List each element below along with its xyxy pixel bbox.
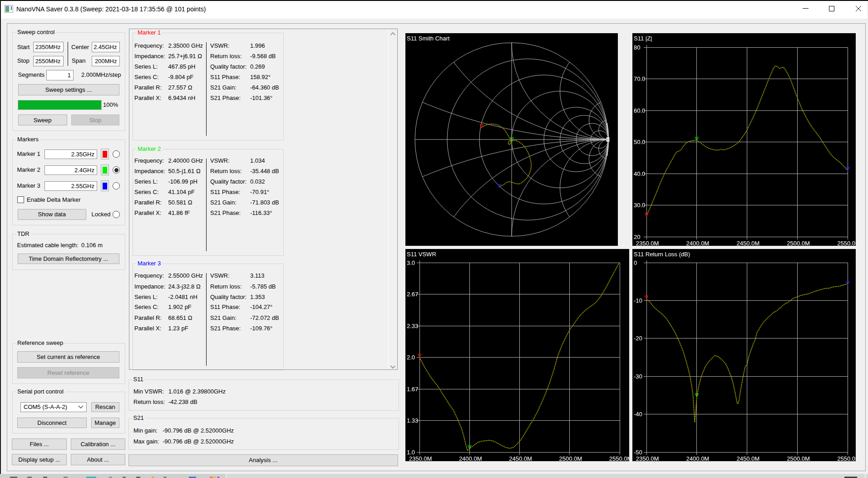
svg-text:-50: -50: [634, 449, 642, 456]
svg-text:60.0: 60.0: [634, 107, 645, 114]
svg-text:2450.0M: 2450.0M: [737, 240, 760, 246]
svg-text:2350.0M: 2350.0M: [636, 240, 659, 246]
svg-text:S11 Return Loss (dB): S11 Return Loss (dB): [634, 251, 690, 258]
svg-text:2450.0M: 2450.0M: [737, 455, 760, 461]
svg-text:2350.0M: 2350.0M: [409, 455, 432, 461]
svg-text:2550.0M: 2550.0M: [837, 240, 856, 246]
svg-text:2400.0M: 2400.0M: [686, 240, 710, 246]
svg-text:2400.0M: 2400.0M: [686, 455, 710, 461]
svg-text:2450.0M: 2450.0M: [509, 455, 532, 461]
svg-text:2500.0M: 2500.0M: [787, 455, 810, 461]
svg-text:3.0: 3.0: [407, 259, 415, 266]
svg-text:1.0: 1.0: [407, 449, 415, 456]
svg-text:S11 |Z|: S11 |Z|: [634, 35, 652, 42]
svg-text:80: 80: [634, 44, 640, 51]
svg-text:20: 20: [634, 234, 640, 240]
svg-text:S11 VSWR: S11 VSWR: [407, 251, 436, 258]
svg-text:2.67: 2.67: [407, 291, 418, 298]
svg-text:-20: -20: [634, 335, 642, 342]
svg-text:2350.0M: 2350.0M: [636, 455, 659, 461]
svg-text:S11 Smith Chart: S11 Smith Chart: [407, 35, 450, 42]
svg-text:40.0: 40.0: [634, 170, 645, 177]
svg-text:2400.0M: 2400.0M: [459, 455, 482, 461]
svg-text:2500.0M: 2500.0M: [787, 240, 810, 246]
svg-text:0: 0: [634, 259, 637, 266]
svg-text:70.0: 70.0: [634, 75, 645, 82]
svg-text:2550.0M: 2550.0M: [837, 455, 856, 461]
svg-text:1.67: 1.67: [407, 386, 418, 393]
svg-text:30.0: 30.0: [634, 202, 645, 209]
svg-text:-10: -10: [634, 297, 642, 304]
svg-text:2.0: 2.0: [407, 354, 415, 361]
svg-text:1.33: 1.33: [407, 417, 418, 424]
svg-text:2500.0M: 2500.0M: [559, 455, 582, 461]
svg-text:2550.0M: 2550.0M: [609, 455, 629, 461]
svg-text:-40: -40: [634, 411, 642, 418]
svg-text:50.0: 50.0: [634, 139, 645, 145]
svg-text:-30: -30: [634, 373, 642, 380]
svg-text:2.33: 2.33: [407, 323, 418, 329]
